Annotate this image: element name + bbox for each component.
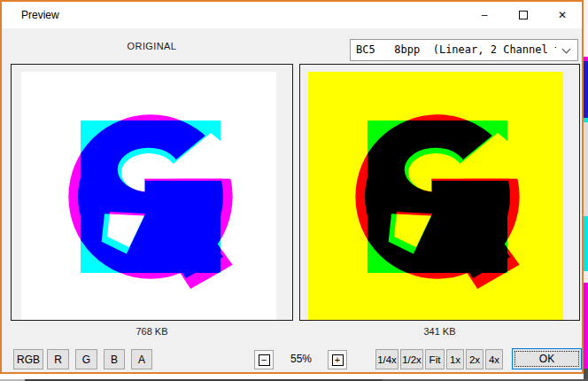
scale-quarter-button[interactable]: 1/4x xyxy=(375,349,398,369)
scale-fit-button[interactable]: Fit xyxy=(425,349,445,369)
scale-1x-button[interactable]: 1x xyxy=(446,349,464,369)
scale-4x-button[interactable]: 4x xyxy=(485,349,503,369)
screen: Preview – ✕ ORIGINAL BC5 8bpp (Linear, 2… xyxy=(0,0,588,381)
logo-copy-b xyxy=(308,72,563,320)
scale-half-button[interactable]: 1/2x xyxy=(400,349,423,369)
plus-icon: + xyxy=(332,354,344,366)
original-size-label: 768 KB xyxy=(11,326,293,338)
minimize-button[interactable]: – xyxy=(465,2,504,28)
background-stripes xyxy=(584,0,588,381)
scale-2x-button[interactable]: 2x xyxy=(466,349,484,369)
ok-button[interactable]: OK xyxy=(512,348,582,369)
zoom-level: 55% xyxy=(281,349,321,369)
maximize-button[interactable] xyxy=(504,2,543,28)
channel-r-button[interactable]: R xyxy=(47,349,69,369)
channel-rgb-button[interactable]: RGB xyxy=(13,349,43,369)
compressed-image-panel[interactable] xyxy=(299,64,580,321)
titlebar[interactable]: Preview – ✕ xyxy=(2,2,582,28)
compressed-size-label: 341 KB xyxy=(299,326,580,338)
chevron-down-icon xyxy=(562,45,571,54)
close-button[interactable]: ✕ xyxy=(543,2,582,28)
format-dropdown[interactable]: BC5 8bpp (Linear, 2 Channel ta xyxy=(350,39,578,61)
zoom-out-button[interactable]: − xyxy=(254,350,274,369)
channel-g-button[interactable]: G xyxy=(75,349,97,369)
minimize-icon: – xyxy=(482,9,488,21)
minus-icon: − xyxy=(259,354,270,366)
preview-dialog: Preview – ✕ ORIGINAL BC5 8bpp (Linear, 2… xyxy=(0,0,584,374)
window-title: Preview xyxy=(21,2,59,28)
caption-buttons: – ✕ xyxy=(465,2,582,28)
background-app-strip xyxy=(584,0,588,381)
original-image-panel[interactable] xyxy=(11,64,293,321)
channel-a-button[interactable]: A xyxy=(131,349,152,369)
maximize-icon xyxy=(519,11,528,19)
original-label: ORIGINAL xyxy=(11,41,293,51)
compressed-image xyxy=(308,72,563,320)
zoom-in-button[interactable]: + xyxy=(328,350,347,369)
window-shadow-strip xyxy=(0,374,588,381)
format-dropdown-value: BC5 8bpp (Linear, 2 Channel ta xyxy=(356,40,556,60)
original-image xyxy=(21,72,276,320)
close-icon: ✕ xyxy=(558,9,567,21)
logo-copy-b xyxy=(21,72,276,320)
channel-b-button[interactable]: B xyxy=(104,349,125,369)
